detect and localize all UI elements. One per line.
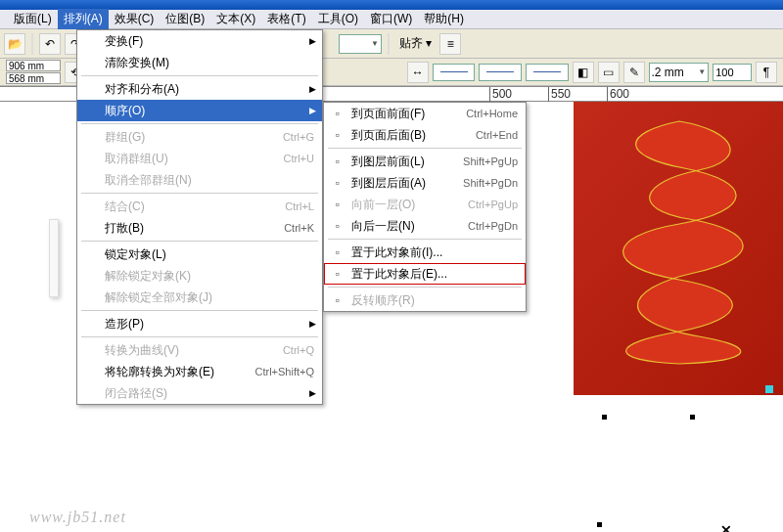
menubar: 版面(L) 排列(A) 效果(C) 位图(B) 文本(X) 表格(T) 工具(O… [0, 10, 783, 29]
menu-item-label: 转换为曲线(V) [101, 342, 267, 359]
menu-item-label: 置于此对象前(I)... [347, 244, 518, 261]
selection-handle[interactable] [602, 415, 607, 420]
ruler-tick: 500 [489, 87, 512, 103]
menu-item-shortcut: Ctrl+K [284, 222, 314, 234]
menu-item-shortcut: Ctrl+Shift+Q [254, 366, 314, 377]
menu-item-icon: ▫ [328, 128, 347, 142]
menu-bitmap[interactable]: 位图(B) [160, 9, 210, 29]
menu-item[interactable]: ▫到图层后面(A)Shift+PgDn [324, 172, 526, 194]
menu-tools[interactable]: 工具(O) [312, 9, 364, 29]
menu-item: 群组(G)Ctrl+G [77, 126, 322, 148]
menu-item[interactable]: 造形(P)▶ [77, 313, 322, 334]
menu-item[interactable]: ▫到页面前面(F)Ctrl+Home [324, 103, 526, 124]
menu-separator [81, 241, 318, 242]
x-position-input[interactable] [6, 60, 61, 71]
menu-item-label: 置于此对象后(E)... [347, 266, 518, 283]
submenu-arrow-icon: ▶ [309, 106, 316, 115]
arrow-start-icon[interactable]: ↔ [407, 62, 429, 83]
menu-table[interactable]: 表格(T) [261, 9, 311, 29]
menu-item: 转换为曲线(V)Ctrl+Q [77, 339, 322, 361]
menu-item[interactable]: 锁定对象(L) [77, 244, 322, 265]
menu-item-shortcut: Shift+PgDn [463, 177, 518, 189]
behind-fill-icon[interactable]: ◧ [573, 62, 594, 83]
menu-item-icon: ▫ [328, 267, 347, 281]
menu-item[interactable]: ▫到页面后面(B)Ctrl+End [324, 124, 526, 146]
menu-item-shortcut: Ctrl+L [285, 200, 314, 212]
menu-item-label: 变换(F) [101, 33, 314, 50]
menu-item-shortcut: Ctrl+End [476, 129, 518, 141]
menu-item-label: 打散(B) [101, 220, 268, 237]
menu-help[interactable]: 帮助(H) [418, 9, 470, 29]
y-position-input[interactable] [6, 72, 61, 84]
menu-item-shortcut: Ctrl+Q [283, 344, 314, 356]
menu-item-label: 取消全部群组(N) [101, 172, 314, 189]
menu-item: 取消群组(U)Ctrl+U [77, 148, 322, 169]
order-submenu: ▫到页面前面(F)Ctrl+Home▫到页面后面(B)Ctrl+End▫到图层前… [323, 102, 527, 312]
menu-item-shortcut: Ctrl+PgDn [468, 220, 518, 232]
menu-item: 解除锁定全部对象(J) [77, 287, 322, 308]
menu-item-shortcut: Shift+PgUp [463, 155, 518, 167]
line-start-style[interactable] [433, 64, 476, 81]
menu-item-label: 到页面后面(B) [347, 127, 460, 144]
menu-item-label: 群组(G) [101, 129, 267, 146]
menu-separator [81, 193, 318, 194]
wrap-text-icon[interactable]: ¶ [756, 62, 777, 83]
menu-item[interactable]: 将轮廓转换为对象(E)Ctrl+Shift+Q [77, 361, 322, 382]
menu-item-icon: ▫ [328, 107, 347, 120]
zoom-combo[interactable]: ▼ [339, 34, 382, 54]
menu-separator [328, 287, 522, 288]
menu-item-shortcut: Ctrl+U [284, 153, 314, 164]
center-marker-icon: ✕ [720, 522, 732, 532]
menu-effects[interactable]: 效果(C) [109, 9, 161, 29]
menu-arrange[interactable]: 排列(A) [58, 9, 109, 29]
snap-label[interactable]: 贴齐 ▾ [395, 35, 436, 52]
submenu-arrow-icon: ▶ [309, 36, 316, 46]
menu-item: 结合(C)Ctrl+L [77, 196, 322, 217]
selection-handle[interactable] [765, 385, 773, 393]
outline-width-value: .2 mm [652, 66, 684, 79]
menu-item-label: 解除锁定全部对象(J) [101, 289, 314, 306]
menu-item[interactable]: 变换(F)▶ [77, 30, 322, 52]
menu-item-icon: ▫ [328, 219, 347, 233]
menu-item[interactable]: 对齐和分布(A)▶ [77, 78, 322, 100]
outline-pen-icon[interactable]: ✎ [623, 62, 645, 83]
selection-handle[interactable] [690, 415, 695, 420]
line-end-style[interactable] [526, 64, 569, 81]
menu-separator [81, 336, 318, 337]
menu-separator [328, 148, 522, 149]
options-icon[interactable]: ≡ [439, 33, 461, 55]
open-icon[interactable]: 📂 [4, 33, 25, 55]
menu-item[interactable]: ▫向后一层(N)Ctrl+PgDn [324, 215, 526, 237]
menu-item-icon: ▫ [328, 245, 347, 259]
menu-item-label: 顺序(O) [101, 103, 314, 119]
toolbar-separator [388, 33, 390, 55]
menu-item[interactable]: 打散(B)Ctrl+K [77, 217, 322, 239]
menu-item: 闭合路径(S)▶ [77, 382, 322, 404]
menu-item-icon: ▫ [328, 176, 347, 190]
menu-item-label: 锁定对象(L) [101, 246, 314, 263]
selection-handle[interactable] [597, 522, 602, 527]
submenu-arrow-icon: ▶ [309, 388, 316, 398]
menu-item-icon: ▫ [328, 198, 347, 211]
ribbon-swirl-shape [591, 111, 767, 366]
menu-item-label: 到图层后面(A) [347, 175, 447, 192]
menu-layout[interactable]: 版面(L) [8, 9, 58, 29]
menu-item: ▫向前一层(O)Ctrl+PgUp [324, 194, 526, 215]
pct-input[interactable] [713, 64, 752, 81]
menu-text[interactable]: 文本(X) [210, 9, 261, 29]
menu-item[interactable]: 清除变换(M) [77, 52, 322, 73]
menu-item-label: 到图层前面(L) [347, 154, 447, 170]
menu-item[interactable]: ▫置于此对象前(I)... [324, 242, 526, 263]
menu-item[interactable]: ▫到图层前面(L)Shift+PgUp [324, 151, 526, 172]
menu-window[interactable]: 窗口(W) [364, 9, 418, 29]
undo-icon[interactable]: ↶ [39, 33, 61, 55]
menu-item[interactable]: ▫置于此对象后(E)... [324, 263, 526, 285]
arrange-dropdown: 变换(F)▶清除变换(M)对齐和分布(A)▶顺序(O)▶群组(G)Ctrl+G取… [76, 29, 323, 405]
menu-item[interactable]: 顺序(O)▶ [77, 100, 322, 121]
menu-item-label: 结合(C) [101, 199, 269, 215]
scale-with-icon[interactable]: ▭ [598, 62, 620, 83]
line-dash-style[interactable] [479, 64, 522, 81]
outline-width-combo[interactable]: .2 mm▼ [649, 63, 710, 82]
menu-item-label: 解除锁定对象(K) [101, 268, 314, 285]
menu-separator [81, 310, 318, 311]
